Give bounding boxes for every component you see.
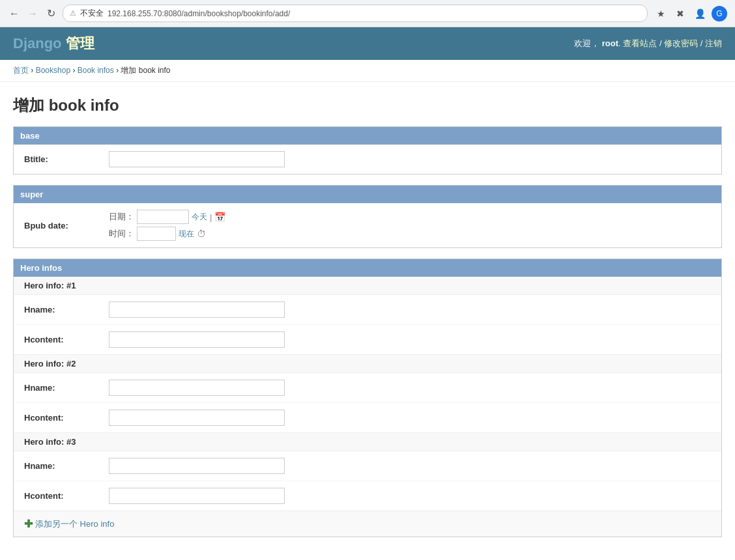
super-section-body: Bpub date: 日期： 今天 | 📅 时间： 现在 ⏱ — [14, 203, 721, 247]
add-icon: ✚ — [24, 518, 33, 530]
hname-3-row: Hname: — [14, 451, 721, 481]
calendar-icon[interactable]: 📅 — [214, 212, 225, 222]
page-title: 增加 book info — [13, 95, 722, 116]
now-link[interactable]: 现在 — [179, 229, 194, 240]
url-full: 192.168.255.70:8080/admin/bookshop/booki… — [108, 9, 290, 18]
hero-item-1: Hero info: #1 Hname: Hcontent: — [14, 277, 721, 355]
username: root — [602, 38, 618, 48]
admin-text: 管理 — [66, 35, 94, 51]
main-content: 增加 book info base Btitle: super Bpub dat… — [0, 82, 735, 560]
super-section-header: super — [14, 186, 721, 203]
change-password-link[interactable]: 修改密码 — [664, 38, 698, 48]
hcontent-3-label: Hcontent: — [24, 491, 109, 501]
django-text: Django — [13, 35, 66, 51]
add-another-label: 添加另一个 Hero info — [35, 518, 114, 530]
hero-section-header: Hero infos — [14, 259, 721, 277]
browser-chrome: ← → ↻ ⚠ 不安全 192.168.255.70:8080/admin/bo… — [0, 0, 735, 27]
time-line: 时间： 现在 ⏱ — [109, 227, 225, 241]
breadcrumb-model[interactable]: Book infos — [78, 66, 114, 75]
base-section-body: Btitle: — [14, 145, 721, 174]
admin-header: Django 管理 欢迎， root. 查看站点 / 修改密码 / 注销 — [0, 27, 735, 60]
hero-item-3: Hero info: #3 Hname: Hcontent: — [14, 433, 721, 511]
hero-item-1-header: Hero info: #1 — [14, 277, 721, 295]
hname-1-row: Hname: — [14, 295, 721, 325]
reload-button[interactable]: ↻ — [44, 7, 57, 20]
add-another-link[interactable]: ✚ 添加另一个 Hero info — [24, 518, 114, 530]
hname-2-label: Hname: — [24, 383, 109, 393]
date-input[interactable] — [137, 210, 189, 224]
welcome-text: 欢迎， — [574, 38, 599, 48]
extensions-button[interactable]: ✖ — [672, 6, 688, 21]
date-sub-label: 日期： — [109, 211, 134, 223]
hname-1-label: Hname: — [24, 305, 109, 315]
hcontent-1-label: Hcontent: — [24, 335, 109, 344]
super-section: super Bpub date: 日期： 今天 | 📅 时间： 现在 — [13, 185, 722, 248]
user-info: 欢迎， root. 查看站点 / 修改密码 / 注销 — [574, 38, 722, 49]
datetime-group: 日期： 今天 | 📅 时间： 现在 ⏱ — [109, 210, 225, 241]
logout-link[interactable]: 注销 — [705, 38, 722, 48]
breadcrumb-app[interactable]: Bookshop — [36, 66, 70, 75]
hname-3-label: Hname: — [24, 461, 109, 471]
back-button[interactable]: ← — [8, 7, 21, 20]
hcontent-3-input[interactable] — [109, 488, 285, 504]
hcontent-2-label: Hcontent: — [24, 413, 109, 423]
btitle-input[interactable] — [109, 151, 285, 167]
url-text: 不安全 — [80, 8, 104, 19]
add-another-container: ✚ 添加另一个 Hero info — [14, 511, 721, 537]
time-sub-label: 时间： — [109, 228, 134, 240]
hero-item-2: Hero info: #2 Hname: Hcontent: — [14, 355, 721, 433]
profile-button[interactable]: 👤 — [692, 6, 708, 21]
today-link[interactable]: 今天 — [192, 212, 207, 223]
hcontent-2-input[interactable] — [109, 410, 285, 426]
hname-2-row: Hname: — [14, 373, 721, 403]
forward-button[interactable]: → — [26, 7, 39, 20]
bookmark-button[interactable]: ★ — [653, 6, 669, 21]
bpub-date-row: Bpub date: 日期： 今天 | 📅 时间： 现在 ⏱ — [14, 203, 721, 247]
hero-item-2-header: Hero info: #2 — [14, 355, 721, 373]
hero-item-3-header: Hero info: #3 — [14, 433, 721, 451]
breadcrumb-home[interactable]: 首页 — [13, 66, 29, 75]
hname-1-input[interactable] — [109, 301, 285, 318]
base-section-header: base — [14, 127, 721, 145]
breadcrumb: 首页 › Bookshop › Book infos › 增加 book inf… — [0, 60, 735, 82]
avatar: G — [712, 6, 727, 21]
view-site-link[interactable]: 查看站点 — [623, 38, 657, 48]
hname-2-input[interactable] — [109, 380, 285, 396]
time-input[interactable] — [137, 227, 176, 241]
breadcrumb-current: 增加 book info — [121, 66, 170, 75]
lock-icon: ⚠ — [70, 9, 76, 18]
btitle-row: Btitle: — [14, 145, 721, 174]
hero-infos-section: Hero infos Hero info: #1 Hname: Hcontent… — [13, 259, 722, 537]
hcontent-1-input[interactable] — [109, 331, 285, 348]
address-bar[interactable]: ⚠ 不安全 192.168.255.70:8080/admin/bookshop… — [63, 5, 648, 22]
browser-actions: ★ ✖ 👤 G — [653, 6, 727, 21]
hcontent-2-row: Hcontent: — [14, 403, 721, 432]
hcontent-1-row: Hcontent: — [14, 325, 721, 354]
hname-3-input[interactable] — [109, 458, 285, 474]
btitle-label: Btitle: — [24, 154, 109, 164]
hcontent-3-row: Hcontent: — [14, 481, 721, 511]
date-line: 日期： 今天 | 📅 — [109, 210, 225, 224]
clock-icon[interactable]: ⏱ — [197, 229, 206, 239]
bpub-date-label: Bpub date: — [24, 221, 109, 231]
base-section: base Btitle: — [13, 126, 722, 175]
site-title: Django 管理 — [13, 34, 94, 53]
